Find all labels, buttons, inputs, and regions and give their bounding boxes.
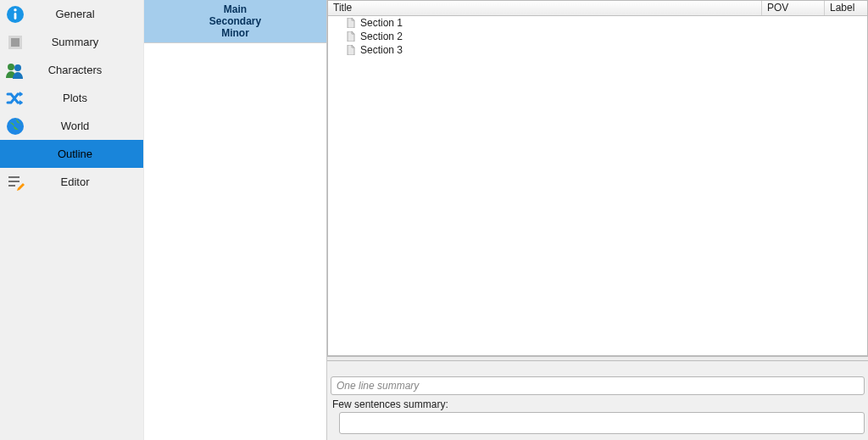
svg-point-6: [14, 64, 21, 71]
document-icon: [347, 18, 355, 28]
svg-point-7: [7, 118, 24, 135]
info-icon: [0, 5, 31, 24]
svg-point-5: [8, 64, 14, 70]
category-main: Main: [144, 3, 326, 15]
category-column: Main Secondary Minor: [144, 0, 327, 440]
svg-point-2: [14, 8, 16, 11]
tree-header: Title POV Label: [328, 1, 867, 16]
category-minor: Minor: [144, 27, 326, 39]
nav-plots[interactable]: Plots: [0, 84, 143, 112]
svg-rect-10: [8, 185, 15, 187]
tree-row[interactable]: Section 3: [328, 43, 867, 57]
tree-row-title: Section 1: [360, 17, 403, 29]
summary-panel: Few sentences summary:: [327, 361, 868, 440]
one-line-summary-input[interactable]: [331, 376, 865, 395]
column-pov[interactable]: POV: [762, 1, 825, 15]
summary-icon: [0, 33, 31, 52]
nav-label: Editor: [31, 175, 143, 188]
nav-label: Plots: [31, 92, 143, 104]
nav-summary[interactable]: Summary: [0, 28, 143, 56]
tree-body[interactable]: Section 1 Section 2 Section 3: [328, 16, 867, 355]
tree-row[interactable]: Section 1: [328, 16, 867, 30]
column-title[interactable]: Title: [328, 1, 762, 15]
globe-icon: [0, 117, 31, 136]
nav-world[interactable]: World: [0, 112, 143, 140]
document-icon: [347, 45, 355, 55]
few-sentences-label: Few sentences summary:: [332, 398, 865, 410]
column-label[interactable]: Label: [825, 1, 867, 15]
people-icon: [0, 61, 31, 80]
document-icon: [347, 31, 355, 42]
nav-outline[interactable]: Outline: [0, 140, 143, 168]
nav-label: Characters: [31, 64, 143, 76]
svg-rect-4: [11, 38, 19, 47]
shuffle-icon: [0, 89, 31, 108]
main-area: Title POV Label Section 1 Section 2 Sect…: [327, 0, 868, 440]
nav-characters[interactable]: Characters: [0, 56, 143, 84]
nav-label: World: [31, 120, 143, 132]
tree-row-title: Section 3: [360, 44, 403, 56]
nav-editor[interactable]: Editor: [0, 168, 143, 196]
svg-rect-8: [8, 176, 19, 178]
editor-icon: [0, 173, 31, 192]
main-navigation: General Summary Characters Plots World O…: [0, 0, 144, 440]
nav-general[interactable]: General: [0, 0, 143, 28]
svg-rect-1: [14, 13, 17, 19]
category-header[interactable]: Main Secondary Minor: [144, 0, 326, 43]
svg-rect-9: [8, 181, 19, 182]
nav-label: Outline: [31, 148, 143, 160]
few-sentences-textarea[interactable]: [339, 412, 865, 434]
tree-row[interactable]: Section 2: [328, 30, 867, 43]
tree-row-title: Section 2: [360, 31, 403, 42]
nav-label: General: [31, 8, 143, 20]
outline-tree: Title POV Label Section 1 Section 2 Sect…: [327, 0, 868, 356]
category-secondary: Secondary: [144, 15, 326, 27]
nav-label: Summary: [31, 36, 143, 48]
